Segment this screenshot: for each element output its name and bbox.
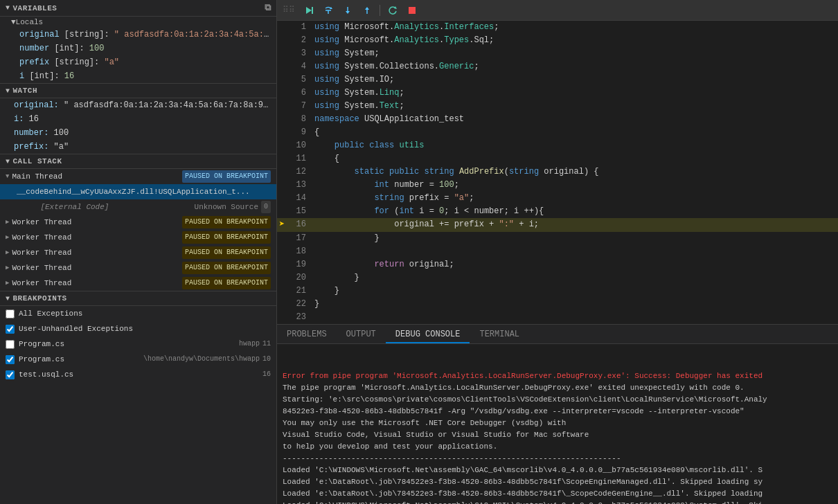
bottom-panel: PROBLEMS OUTPUT DEBUG CONSOLE TERMINAL E… (277, 324, 838, 504)
line-content-15: for (int i = 0; i < number; i ++){ (312, 205, 838, 218)
breakpoint-dot-17[interactable] (277, 232, 287, 245)
breakpoint-dot-18[interactable] (277, 245, 287, 258)
breakpoint-dot-3[interactable] (277, 47, 287, 60)
line-number-22: 22 (287, 298, 312, 311)
line-content-10: public class utils (312, 139, 838, 152)
breakpoint-dot-21[interactable] (277, 285, 287, 298)
breakpoint-dot-10[interactable] (277, 139, 287, 152)
watch-prefix[interactable]: prefix: "a" (0, 140, 276, 154)
breakpoint-dot-11[interactable] (277, 152, 287, 165)
line-number-6: 6 (287, 87, 312, 100)
breakpoint-dot-7[interactable] (277, 100, 287, 113)
breakpoints-header[interactable]: ▼ BREAKPOINTS (0, 291, 276, 306)
watch-original[interactable]: original: " asdfasdfa:0a:1a:2a:3a:4a:5a:… (0, 98, 276, 112)
step-into-button[interactable] (339, 2, 356, 19)
breakpoint-dot-23[interactable] (277, 311, 287, 324)
svg-marker-8 (365, 7, 369, 10)
code-line-5: 5using System.IO; (277, 73, 838, 87)
line-number-9: 9 (287, 126, 312, 139)
tab-debug-console[interactable]: DEBUG CONSOLE (386, 325, 470, 343)
bp-program-cs-2[interactable]: Program.cs \home\nandyw\Documents\hwapp … (0, 352, 276, 367)
code-line-3: 3using System; (277, 47, 838, 60)
wt1-arrow: ▶ (6, 216, 9, 228)
bp-user-unhandled[interactable]: User-Unhandled Exceptions (0, 321, 276, 336)
code-editor[interactable]: 1using Microsoft.Analytics.Interfaces;2u… (277, 21, 838, 324)
bp-program-cs-1-checkbox[interactable] (6, 340, 15, 349)
step-out-button[interactable] (359, 2, 375, 19)
var-prefix[interactable]: prefix [string]: "a" (0, 55, 276, 69)
step-over-button[interactable] (320, 2, 337, 19)
code-line-14: 14 string prefix = "a"; (277, 192, 838, 205)
bp-test-usql-checkbox[interactable] (6, 370, 15, 379)
restart-button[interactable] (384, 2, 401, 19)
worker-thread-1[interactable]: ▶ Worker Thread PAUSED ON BREAKPOINT (0, 215, 276, 230)
locals-header[interactable]: ▼ Locals (0, 17, 276, 28)
bp-all-exceptions-checkbox[interactable] (6, 309, 15, 318)
worker-thread-2[interactable]: ▶ Worker Thread PAUSED ON BREAKPOINT (0, 230, 276, 245)
console-line: Error from pipe program 'Microsoft.Analy… (283, 370, 832, 382)
left-panel: ▼ VARIABLES ⧉ ▼ Locals original [string]… (0, 0, 277, 504)
tab-problems[interactable]: PROBLEMS (277, 325, 337, 343)
code-line-8: 8namespace USQLApplication_test (277, 113, 838, 126)
line-number-10: 10 (287, 139, 312, 152)
continue-button[interactable] (301, 2, 317, 19)
breakpoint-dot-4[interactable] (277, 60, 287, 73)
tab-terminal[interactable]: TERMINAL (470, 325, 529, 343)
breakpoint-dot-20[interactable] (277, 271, 287, 285)
right-panel: ⠿⠿ 1using Microsoft.Analytics.Interfaces… (277, 0, 838, 504)
bp-program-cs-1[interactable]: Program.cs hwapp 11 (0, 336, 276, 352)
main-thread-arrow: ▼ (6, 170, 9, 183)
bp-test-usql[interactable]: test.usql.cs 16 (0, 367, 276, 382)
bp-all-exceptions[interactable]: All Exceptions (0, 306, 276, 321)
breakpoint-dot-8[interactable] (277, 113, 287, 126)
worker-thread-4[interactable]: ▶ Worker Thread PAUSED ON BREAKPOINT (0, 260, 276, 276)
watch-arrow: ▼ (6, 87, 10, 95)
console-line: Loaded 'C:\WINDOWS\Microsoft.Net\assembl… (283, 465, 832, 476)
callstack-arrow: ▼ (6, 158, 10, 165)
debug-toolbar: ⠿⠿ (277, 0, 838, 21)
line-number-21: 21 (287, 285, 312, 298)
frame-codebehind[interactable]: __codeBehind__wCyUUaAxxZJF.dll!USQLAppli… (0, 184, 276, 199)
code-line-10: 10 public class utils (277, 139, 838, 152)
callstack-header[interactable]: ▼ CALL STACK (0, 154, 276, 169)
var-i[interactable]: i [int]: 16 (0, 69, 276, 83)
breakpoint-dot-12[interactable] (277, 165, 287, 179)
drag-handle-icon: ⠿⠿ (283, 5, 295, 15)
breakpoint-dot-6[interactable] (277, 87, 287, 100)
breakpoint-dot-1[interactable] (277, 21, 287, 34)
breakpoint-dot-2[interactable] (277, 34, 287, 47)
watch-number[interactable]: number: 100 (0, 126, 276, 140)
breakpoint-dot-5[interactable] (277, 73, 287, 87)
breakpoint-dot-9[interactable] (277, 126, 287, 139)
frame-external[interactable]: [External Code] Unknown Source 0 (0, 199, 276, 215)
bottom-tabs: PROBLEMS OUTPUT DEBUG CONSOLE TERMINAL (277, 325, 838, 344)
var-original[interactable]: original [string]: " asdfasdfa:0a:1a:2a:… (0, 28, 276, 42)
watch-i[interactable]: i: 16 (0, 112, 276, 126)
main-thread[interactable]: ▼ Main Thread PAUSED ON BREAKPOINT (0, 169, 276, 184)
variables-header[interactable]: ▼ VARIABLES ⧉ (0, 0, 276, 17)
var-number[interactable]: number [int]: 100 (0, 42, 276, 55)
line-number-14: 14 (287, 192, 312, 205)
breakpoint-dot-22[interactable] (277, 298, 287, 311)
bp-program-cs-2-checkbox[interactable] (6, 355, 15, 364)
stop-button[interactable] (404, 2, 420, 19)
console-line: You may only use the Microsoft .NET Core… (283, 417, 832, 429)
breakpoint-dot-15[interactable] (277, 205, 287, 218)
watch-header[interactable]: ▼ WATCH (0, 84, 276, 98)
code-line-21: 21 } (277, 285, 838, 298)
line-number-16: 16 (287, 218, 312, 232)
bp-user-unhandled-checkbox[interactable] (6, 325, 15, 334)
worker-thread-5[interactable]: ▶ Worker Thread PAUSED ON BREAKPOINT (0, 276, 276, 291)
code-line-2: 2using Microsoft.Analytics.Types.Sql; (277, 34, 838, 47)
line-number-8: 8 (287, 113, 312, 126)
console-line: ----------------------------------------… (283, 453, 832, 465)
svg-rect-1 (312, 7, 313, 14)
worker-thread-3[interactable]: ▶ Worker Thread PAUSED ON BREAKPOINT (0, 245, 276, 260)
breakpoint-dot-13[interactable] (277, 179, 287, 192)
breakpoint-dot-19[interactable] (277, 258, 287, 271)
line-number-12: 12 (287, 165, 312, 179)
breakpoint-dot-14[interactable] (277, 192, 287, 205)
tab-output[interactable]: OUTPUT (337, 325, 386, 343)
breakpoint-dot-16[interactable]: ➤ (277, 218, 287, 232)
variables-collapse-icon[interactable]: ⧉ (265, 3, 271, 13)
